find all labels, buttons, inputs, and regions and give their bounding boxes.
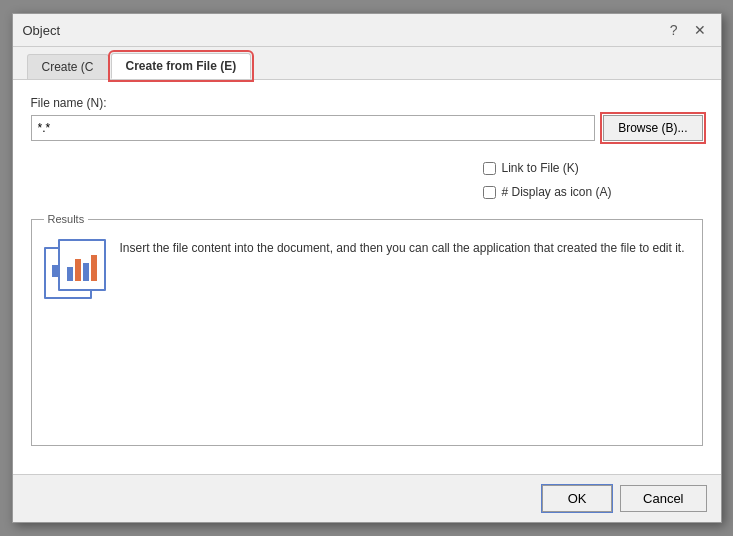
display-as-icon-row: # Display as icon (A) (483, 185, 703, 199)
tabs-row: Create (C Create from File (E) (13, 47, 721, 80)
options-area: Link to File (K) # Display as icon (A) (31, 157, 703, 199)
result-description: Insert the file content into the documen… (120, 239, 685, 257)
cancel-button[interactable]: Cancel (620, 485, 706, 512)
tab-create-from-file[interactable]: Create from File (E) (111, 53, 252, 79)
link-to-file-checkbox[interactable] (483, 162, 496, 175)
browse-button[interactable]: Browse (B)... (603, 115, 702, 141)
title-bar: Object ? ✕ (13, 14, 721, 47)
ok-button[interactable]: OK (542, 485, 612, 512)
results-legend: Results (44, 213, 89, 225)
dialog-title: Object (23, 23, 61, 38)
title-bar-right: ? ✕ (665, 20, 711, 40)
display-as-icon-label: # Display as icon (A) (502, 185, 612, 199)
dialog-footer: OK Cancel (13, 474, 721, 522)
display-as-icon-checkbox[interactable] (483, 186, 496, 199)
file-icon-front (58, 239, 106, 291)
file-name-label: File name (N): (31, 96, 703, 110)
link-to-file-row: Link to File (K) (483, 161, 703, 175)
results-content: Insert the file content into the documen… (44, 233, 690, 303)
help-button[interactable]: ? (665, 20, 683, 40)
file-row: Browse (B)... (31, 115, 703, 141)
link-to-file-label: Link to File (K) (502, 161, 579, 175)
tab-create[interactable]: Create (C (27, 54, 109, 79)
file-icon-preview (44, 239, 108, 303)
dialog-body: File name (N): Browse (B)... Link to Fil… (13, 80, 721, 474)
right-area: Link to File (K) # Display as icon (A) (483, 157, 703, 199)
title-bar-left: Object (23, 23, 61, 38)
left-area (31, 157, 483, 199)
object-dialog: Object ? ✕ Create (C Create from File (E… (12, 13, 722, 523)
file-name-input[interactable] (31, 115, 596, 141)
close-button[interactable]: ✕ (689, 20, 711, 40)
results-fieldset: Results (31, 213, 703, 446)
chart-bars (67, 249, 97, 281)
